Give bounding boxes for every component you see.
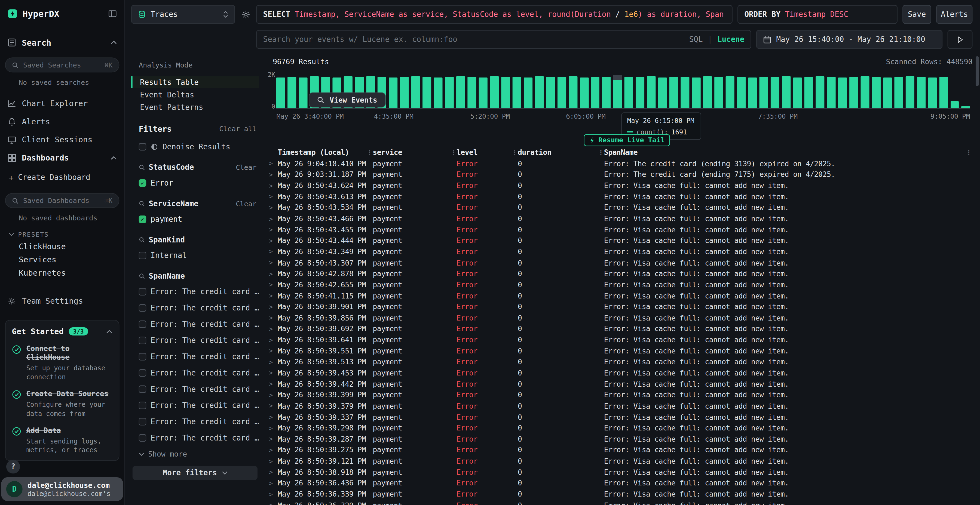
row-expand-icon[interactable] (267, 160, 278, 167)
checkbox-unchecked[interactable] (139, 353, 146, 360)
filter-option-spanname[interactable]: Error: The credit card … (131, 384, 259, 395)
histogram-bar[interactable] (647, 75, 656, 108)
search-icon[interactable] (139, 273, 145, 279)
mode-event-deltas[interactable]: Event Deltas (131, 89, 259, 101)
get-started-step[interactable]: Add Data Start sending logs, metrics, or… (12, 426, 113, 454)
table-row[interactable]: May 26 8:50:43.624 PM payment Error 0 Er… (267, 180, 972, 191)
checkbox-unchecked[interactable] (139, 288, 146, 295)
histogram-bar[interactable] (468, 75, 476, 108)
row-expand-icon[interactable] (267, 303, 278, 310)
clear-link[interactable]: Clear (236, 163, 256, 172)
checkbox-unchecked[interactable] (139, 369, 146, 377)
checkbox-unchecked[interactable] (139, 321, 146, 328)
histogram-bar[interactable] (872, 75, 880, 108)
filter-option-spanname[interactable]: Error: The credit card … (131, 302, 259, 313)
table-row[interactable]: May 26 8:50:39.551 PM payment Error 0 Er… (267, 345, 972, 356)
histogram-bar[interactable] (726, 75, 735, 108)
table-row[interactable]: May 26 8:50:36.339 PM payment Error 0 Er… (267, 489, 972, 500)
histogram-bar[interactable] (479, 75, 487, 108)
col-header-duration[interactable]: duration (518, 148, 598, 157)
help-button[interactable]: ? (6, 460, 20, 474)
create-dashboard-button[interactable]: Create Dashboard (0, 169, 124, 186)
chevron-up-icon[interactable] (106, 329, 113, 333)
histogram-bar[interactable] (950, 75, 959, 108)
row-expand-icon[interactable] (267, 491, 278, 498)
histogram-bar[interactable] (804, 75, 813, 108)
row-expand-icon[interactable] (267, 502, 278, 505)
get-started-header[interactable]: Get Started 3/3 (12, 327, 113, 336)
user-menu[interactable]: D dale@clickhouse.com dale@clickhouse.co… (2, 477, 123, 501)
table-row[interactable]: May 26 9:04:18.410 PM payment Error 0 Er… (267, 158, 972, 169)
table-row[interactable]: May 26 8:50:43.466 PM payment Error 0 Er… (267, 213, 972, 224)
table-row[interactable]: May 26 8:50:36.436 PM payment Error 0 Er… (267, 478, 972, 489)
checkbox-unchecked[interactable] (139, 304, 146, 312)
histogram-bar[interactable] (916, 75, 925, 108)
table-row[interactable]: May 26 8:50:43.349 PM payment Error 0 Er… (267, 246, 972, 257)
sidebar-item-dashboards[interactable]: Dashboards (0, 149, 124, 167)
row-expand-icon[interactable] (267, 425, 278, 432)
col-header-spanname[interactable]: SpanName (604, 148, 965, 157)
row-expand-icon[interactable] (267, 381, 278, 387)
histogram-bar[interactable] (277, 75, 285, 108)
col-header-level[interactable]: level (457, 148, 512, 157)
filter-option-spanname[interactable]: Error: The credit card … (131, 335, 259, 346)
histogram-bar[interactable] (703, 75, 712, 108)
table-row[interactable]: May 26 8:50:39.399 PM payment Error 0 Er… (267, 389, 972, 400)
row-expand-icon[interactable] (267, 259, 278, 266)
row-expand-icon[interactable] (267, 436, 278, 442)
filter-option-spanname[interactable]: Error: The credit card … (131, 432, 259, 443)
histogram-bar[interactable] (625, 75, 633, 108)
table-row[interactable]: May 26 8:50:38.918 PM payment Error 0 Er… (267, 467, 972, 478)
table-row[interactable]: May 26 8:50:39.298 PM payment Error 0 Er… (267, 422, 972, 434)
table-row[interactable]: May 26 8:50:39.287 PM payment Error 0 Er… (267, 434, 972, 445)
histogram-bar[interactable] (658, 75, 667, 108)
histogram-bar[interactable] (771, 75, 780, 108)
row-expand-icon[interactable] (267, 248, 278, 255)
row-expand-icon[interactable] (267, 414, 278, 420)
table-row[interactable]: May 26 8:50:39.337 PM payment Error 0 Er… (267, 411, 972, 422)
checkbox-unchecked[interactable] (139, 418, 146, 426)
histogram-bar[interactable] (613, 75, 622, 108)
resume-live-tail-button[interactable]: Resume Live Tail (584, 134, 670, 146)
histogram-bar[interactable] (894, 75, 903, 108)
histogram-bar[interactable] (288, 75, 296, 108)
column-resize-handle[interactable] (366, 149, 373, 156)
histogram-bar[interactable] (389, 75, 398, 108)
table-row[interactable]: May 26 8:50:43.444 PM payment Error 0 Er… (267, 235, 972, 246)
histogram-bar[interactable] (827, 75, 835, 108)
row-expand-icon[interactable] (267, 204, 278, 211)
mode-sql-toggle[interactable]: SQL (689, 35, 703, 44)
histogram-bar[interactable] (557, 75, 566, 108)
row-expand-icon[interactable] (267, 270, 278, 277)
row-expand-icon[interactable] (267, 336, 278, 343)
scrollbar-thumb[interactable] (976, 56, 978, 86)
histogram-bar[interactable] (546, 75, 555, 108)
row-expand-icon[interactable] (267, 281, 278, 288)
date-range-picker[interactable]: May 26 15:40:00 - May 26 21:10:00 (756, 30, 942, 49)
histogram-bar[interactable] (456, 75, 465, 108)
filter-option-error[interactable]: Error (131, 178, 259, 189)
event-search-input[interactable]: Search your events w/ Lucene ex. column:… (256, 30, 751, 49)
saved-searches-input[interactable]: Saved Searches ⌘K (5, 57, 119, 72)
row-expand-icon[interactable] (267, 226, 278, 233)
histogram-bar[interactable] (568, 75, 577, 108)
table-row[interactable]: May 26 8:50:39.856 PM payment Error 0 Er… (267, 312, 972, 324)
histogram-bar[interactable] (861, 75, 869, 108)
histogram-bar[interactable] (748, 75, 757, 108)
table-row[interactable]: May 26 8:50:43.613 PM payment Error 0 Er… (267, 191, 972, 202)
sidebar-item-team-settings[interactable]: Team Settings (0, 292, 124, 310)
run-query-button[interactable] (948, 30, 973, 49)
mode-event-patterns[interactable]: Event Patterns (131, 101, 259, 113)
histogram-bar[interactable] (400, 75, 409, 108)
table-row[interactable]: May 26 8:50:39.275 PM payment Error 0 Er… (267, 445, 972, 456)
source-settings-button[interactable] (240, 5, 251, 24)
histogram-bar[interactable] (759, 75, 768, 108)
more-filters-button[interactable]: More filters (132, 466, 258, 480)
preset-item[interactable]: ClickHouse (0, 240, 124, 253)
preset-item[interactable]: Services (0, 253, 124, 266)
checkbox-checked[interactable] (139, 216, 146, 223)
histogram-bar[interactable] (423, 75, 431, 108)
filter-option-internal[interactable]: Internal (131, 250, 259, 261)
column-resize-handle[interactable] (512, 149, 518, 156)
checkbox-unchecked[interactable] (139, 402, 146, 409)
